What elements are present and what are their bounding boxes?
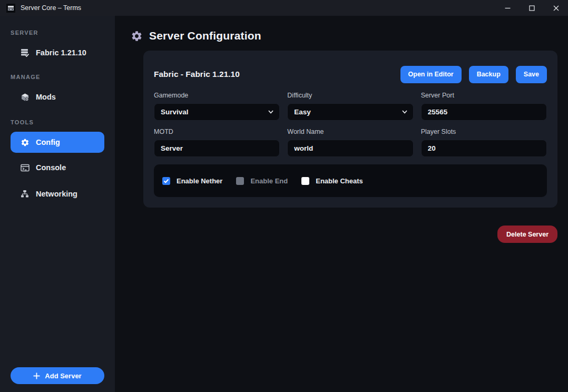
window-controls [495,0,568,16]
checkbox-disabled-icon [236,177,244,185]
field-motd: MOTD [154,128,280,157]
enable-nether-label: Enable Nether [177,177,222,185]
field-gamemode: Gamemode Survival [154,92,280,121]
difficulty-label: Difficulty [287,92,413,99]
terminal-icon [20,163,30,172]
plus-icon [33,373,40,379]
page-title: Server Configuration [149,30,261,42]
sidebar-item-mods[interactable]: Mods [11,87,104,106]
add-server-label: Add Server [45,372,81,380]
sidebar-item-config[interactable]: Config [11,132,104,153]
world-name-input[interactable] [287,140,413,157]
sidebar-item-label: Mods [36,93,56,101]
enable-cheats-label: Enable Cheats [316,177,363,185]
section-label-manage: MANAGE [11,74,104,80]
maximize-button[interactable] [520,0,544,16]
gamemode-label: Gamemode [154,92,280,99]
minimize-button[interactable] [495,0,520,16]
field-difficulty: Difficulty Easy [287,92,413,121]
motd-input[interactable] [154,140,280,157]
player-slots-label: Player Slots [421,128,547,135]
close-icon [553,5,559,11]
sidebar-item-server-instance[interactable]: Fabric 1.21.10 [11,43,104,62]
server-config-card: Fabric - Fabric 1.21.10 Open in Editor B… [143,51,557,208]
player-slots-input[interactable] [421,140,547,157]
open-in-editor-button[interactable]: Open in Editor [400,66,462,83]
field-player-slots: Player Slots [421,128,547,157]
sidebar-item-label: Config [36,138,60,146]
window-title: Server Core – Terms [21,4,81,12]
sidebar-item-label: Console [36,163,66,172]
delete-server-button[interactable]: Delete Server [497,226,557,243]
enable-end-checkbox[interactable]: Enable End [236,177,288,185]
gear-icon [20,138,30,147]
checkbox-unchecked-icon [301,177,309,185]
minimize-icon [505,5,511,11]
difficulty-select[interactable]: Easy [287,103,413,121]
server-port-input[interactable] [421,103,547,121]
field-server-port: Server Port [421,92,547,121]
backup-button[interactable]: Backup [469,66,508,83]
sidebar-item-console[interactable]: Console [11,158,104,177]
maximize-icon [529,5,535,11]
enable-nether-checkbox[interactable]: Enable Nether [162,177,222,185]
enable-end-label: Enable End [250,177,288,185]
section-label-server: SERVER [11,30,104,36]
server-port-label: Server Port [421,92,547,99]
field-world-name: World Name [287,128,413,157]
checkbox-checked-icon [162,177,170,185]
card-title: Fabric - Fabric 1.21.10 [154,70,240,79]
enable-cheats-checkbox[interactable]: Enable Cheats [301,177,363,185]
motd-label: MOTD [154,128,280,135]
main-content: Server Configuration Fabric - Fabric 1.2… [115,16,568,392]
mods-cube-icon [20,92,30,102]
world-name-label: World Name [287,128,413,135]
checkbox-panel: Enable Nether Enable End Enable Cheats [154,164,547,197]
close-button[interactable] [544,0,568,16]
server-stack-check-icon [20,48,30,57]
gear-icon [131,30,143,42]
sidebar-item-label: Networking [36,190,77,198]
sidebar: SERVER Fabric 1.21.10 MANAGE [0,16,115,392]
section-label-tools: TOOLS [11,119,104,125]
save-button[interactable]: Save [516,66,547,83]
titlebar: Server Core – Terms [0,0,568,16]
network-icon [20,189,30,199]
sidebar-item-networking[interactable]: Networking [11,184,104,203]
app-icon [6,4,15,13]
gamemode-select[interactable]: Survival [154,103,280,121]
sidebar-item-label: Fabric 1.21.10 [36,48,86,57]
add-server-button[interactable]: Add Server [11,367,104,384]
